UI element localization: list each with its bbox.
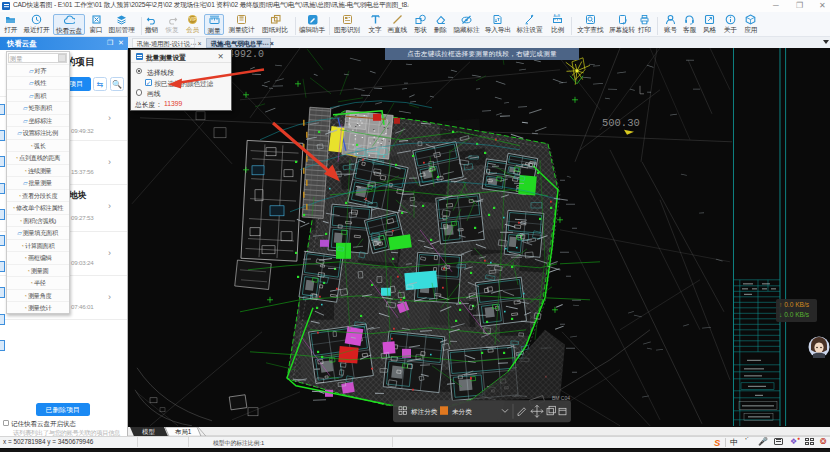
svg-text:未分类: 未分类 [452,408,472,415]
svg-text:VIP: VIP [189,17,196,22]
svg-text:模型: 模型 [142,428,155,436]
svg-text:500.30: 500.30 [602,117,640,129]
svg-text:标注分类: 标注分类 [410,408,438,416]
svg-text:4992.0: 4992.0 [228,49,264,60]
svg-text:布局1: 布局1 [174,428,192,436]
svg-text:BM C04: BM C04 [552,395,570,401]
svg-text:A=B: A=B [554,14,561,18]
